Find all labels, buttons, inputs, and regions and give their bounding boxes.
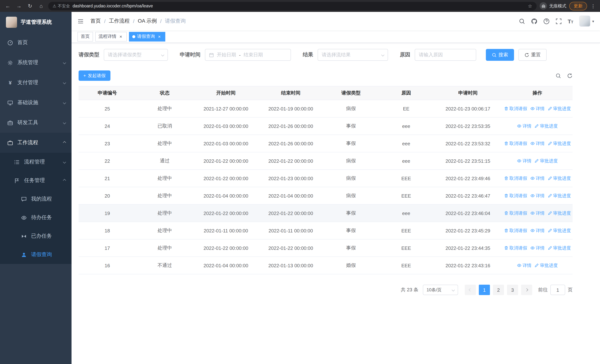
bookmark-star-icon[interactable]: ☆ [528,3,532,9]
browser-back-icon[interactable]: ← [4,3,12,9]
security-warning[interactable]: ⚠ 不安全 [53,3,70,9]
sidebar-item-my-process[interactable]: 我的流程 [0,190,72,208]
sidebar-item-leave-query[interactable]: 请假查询 [0,245,72,264]
sidebar-item-process-mgmt[interactable]: 流程管理 [0,153,72,171]
detail-link[interactable]: 详情 [530,210,544,216]
help-icon[interactable] [543,18,549,24]
tab-home[interactable]: 首页 [77,32,93,41]
detail-link[interactable]: 详情 [530,140,544,147]
table-row[interactable]: 23 处理中 2022-01-03 00:00:00 2022-01-26 00… [79,135,572,152]
user-menu[interactable]: ▾ [579,16,594,27]
tab-close-icon[interactable]: × [157,34,162,39]
browser-reload-icon[interactable]: ↻ [26,3,34,9]
reset-button[interactable]: 重置 [518,49,547,61]
detail-link[interactable]: 详情 [530,193,544,199]
chevron-down-icon [63,81,66,84]
table-row[interactable]: 19 处理中 2022-01-22 00:00:00 2022-01-22 00… [79,205,572,222]
caret-down-icon: ▾ [592,19,594,23]
cancel-leave-link[interactable]: 取消请假 [504,175,527,181]
sidebar-item-task-mgmt[interactable]: 任务管理 [0,171,72,190]
approval-progress-link[interactable]: 审批进度 [534,123,558,129]
cancel-leave-link[interactable]: 取消请假 [504,193,527,199]
table-row[interactable]: 24 已取消 2022-01-03 00:00:00 2022-01-26 00… [79,118,572,135]
cell-leave-type: 病假 [323,158,379,164]
sidebar-item-system[interactable]: 系统管理 [0,53,72,73]
sidebar-item-workflow[interactable]: 工作流程 [0,133,72,153]
update-button[interactable]: 更新 [569,2,587,10]
table-row[interactable]: 21 处理中 2022-01-22 00:00:00 2022-01-23 00… [79,170,572,187]
next-page-button[interactable] [521,285,532,295]
browser-menu-icon[interactable]: ⋮ [590,3,596,9]
approval-progress-link[interactable]: 审批进度 [548,210,571,216]
breadcrumb-separator: / [133,18,134,24]
leave-type-select[interactable]: 请选择请假类型 [104,49,168,61]
approval-progress-link[interactable]: 审批进度 [534,158,558,164]
sidebar-item-devtools[interactable]: 研发工具 [0,113,72,133]
sidebar-item-todo-tasks[interactable]: 待办任务 [0,208,72,227]
table-row[interactable]: 16 不通过 2022-01-04 00:00:00 2022-01-13 00… [79,257,572,274]
tab-close-icon[interactable]: × [118,34,123,39]
detail-link[interactable]: 详情 [517,158,531,164]
table-row[interactable]: 20 处理中 2022-01-04 00:00:00 2022-01-04 00… [79,187,572,205]
cancel-leave-link[interactable]: 取消请假 [504,140,527,147]
browser-forward-icon[interactable]: → [15,3,23,9]
search-button[interactable]: 搜索 [486,49,514,61]
chevron-down-icon [63,101,66,104]
cancel-leave-link[interactable]: 取消请假 [504,227,527,234]
breadcrumb-item[interactable]: 首页 [90,18,101,24]
approval-progress-link[interactable]: 审批进度 [548,245,571,251]
table-row[interactable]: 22 通过 2022-01-22 00:00:00 2022-01-22 00:… [79,152,572,170]
table-body: 25 处理中 2021-12-27 00:00:00 2022-01-19 00… [79,100,572,274]
detail-link[interactable]: 详情 [530,105,544,112]
table-row[interactable]: 25 处理中 2021-12-27 00:00:00 2022-01-19 00… [79,100,572,118]
sidebar-item-label: 任务管理 [24,177,59,184]
browser-home-icon[interactable]: ⌂ [37,3,45,9]
approval-progress-link[interactable]: 审批进度 [548,105,571,112]
date-range-picker[interactable]: 开始日期 - 结束日期 [205,49,291,61]
cancel-leave-link[interactable]: 取消请假 [504,210,527,216]
page-button-3[interactable]: 3 [507,285,518,295]
page-button-2[interactable]: 2 [493,285,504,295]
cancel-leave-link[interactable]: 取消请假 [504,245,527,251]
cell-start-time: 2021-12-27 00:00:00 [193,106,258,111]
prev-page-button[interactable] [465,285,476,295]
approval-progress-link[interactable]: 审批进度 [548,140,571,147]
avatar[interactable] [579,16,590,27]
search-button-label: 搜索 [498,52,508,58]
page-button-1[interactable]: 1 [479,285,490,295]
fullscreen-icon[interactable] [555,18,562,24]
approval-progress-link[interactable]: 审批进度 [548,227,571,234]
detail-link[interactable]: 详情 [530,227,544,234]
breadcrumb-item[interactable]: OA 示例 [138,18,157,24]
table-row[interactable]: 17 处理中 2022-01-22 00:00:00 2022-01-22 00… [79,239,572,257]
breadcrumb-item[interactable]: 工作流程 [109,18,130,24]
table-row[interactable]: 18 处理中 2022-01-11 00:00:00 2022-01-11 00… [79,222,572,239]
tab-process-detail[interactable]: 流程详情 × [95,32,127,41]
approval-progress-link[interactable]: 审批进度 [534,262,558,269]
sidebar-item-home[interactable]: 首页 [0,33,72,53]
sidebar-item-payment[interactable]: ¥ 支付管理 [0,73,72,93]
search-icon[interactable] [519,18,525,24]
reason-input[interactable]: 请输入原因 [415,49,476,61]
toggle-search-icon[interactable] [555,73,561,78]
detail-link[interactable]: 详情 [530,245,544,251]
approval-progress-link[interactable]: 审批进度 [548,175,571,181]
detail-link[interactable]: 详情 [517,123,531,129]
detail-link[interactable]: 详情 [530,175,544,181]
sidebar-item-done-tasks[interactable]: 已办任务 [0,227,72,245]
approval-progress-link[interactable]: 审批进度 [548,193,571,199]
goto-page-input[interactable]: 1 [550,285,565,295]
page-size-select[interactable]: 10条/页 [423,285,458,295]
refresh-table-icon[interactable] [567,73,572,78]
tab-leave-query[interactable]: 请假查询 × [129,32,165,41]
sidebar-collapse-icon[interactable] [77,18,84,24]
cell-leave-type: 事假 [323,210,379,216]
detail-link[interactable]: 详情 [517,262,531,269]
cancel-leave-link[interactable]: 取消请假 [504,105,527,112]
sidebar-item-infra[interactable]: 基础设施 [0,93,72,113]
create-leave-button[interactable]: + 发起请假 [79,70,111,81]
address-bar[interactable]: ⚠ 不安全 dashboard.yudao.iocoder.cn/bpm/oa/… [48,2,537,10]
font-size-icon[interactable]: TT [568,18,573,24]
github-icon[interactable] [531,18,537,24]
result-select[interactable]: 请选择流结果 [318,49,388,61]
